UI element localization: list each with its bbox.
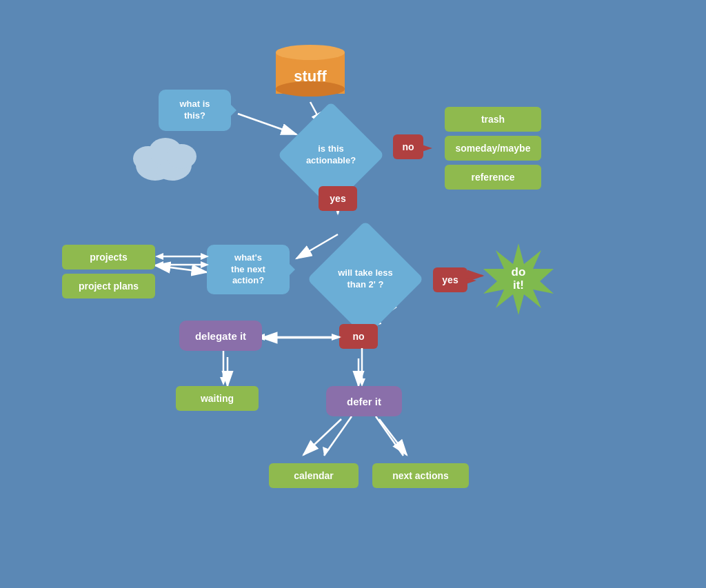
svg-marker-36 — [332, 334, 341, 341]
defer-right-arrow — [369, 416, 410, 461]
yes2-arrow — [466, 274, 480, 287]
will-take-label: will take lessthan 2' ? — [338, 267, 393, 290]
svg-marker-23 — [422, 145, 432, 152]
whats-next-callout: what'sthe nextaction? — [207, 245, 290, 294]
no-label-2: no — [339, 324, 378, 349]
delegate-it-box: delegate it — [179, 321, 262, 351]
double-arrow — [155, 250, 209, 270]
svg-text:it!: it! — [513, 278, 524, 292]
is-actionable-label: is thisactionable? — [306, 143, 356, 165]
svg-marker-44 — [398, 447, 405, 456]
waiting-box: waiting — [176, 386, 259, 411]
svg-point-22 — [166, 144, 196, 169]
delegate-down-arrow — [217, 351, 230, 387]
no-left-arrow — [255, 331, 341, 343]
diagram: stuff what isthis? is thisactionable? — [0, 0, 706, 588]
what-is-this-callout: what isthis? — [159, 90, 231, 131]
someday-maybe-box: someday/maybe — [445, 136, 541, 161]
do-it-burst: do it! — [479, 240, 558, 322]
cloud-shape — [128, 128, 203, 185]
reference-box: reference — [445, 165, 541, 190]
is-actionable-diamond: is thisactionable? — [286, 121, 376, 190]
yes-label-2: yes — [433, 267, 467, 292]
next-actions-box: next actions — [372, 463, 469, 488]
svg-marker-29 — [201, 261, 209, 268]
defer-left-arrow — [317, 416, 359, 461]
whats-next-label: what'sthe nextaction? — [231, 252, 265, 287]
svg-text:do: do — [512, 265, 526, 278]
what-is-this-label: what isthis? — [179, 99, 210, 122]
no-label-1: no — [393, 134, 423, 159]
defer-it-box: defer it — [326, 386, 402, 416]
trash-box: trash — [445, 107, 541, 132]
project-plans-box: project plans — [62, 274, 155, 298]
no-down-arrow — [356, 348, 368, 388]
yes-label-1: yes — [319, 186, 357, 211]
svg-marker-26 — [201, 253, 209, 260]
calendar-box: calendar — [269, 463, 359, 488]
svg-marker-40 — [220, 377, 227, 385]
no-arrow-right — [422, 141, 436, 155]
projects-box: projects — [62, 245, 155, 270]
svg-marker-30 — [466, 278, 476, 284]
will-take-diamond: will take lessthan 2' ? — [314, 238, 417, 321]
stuff-cylinder: stuff — [276, 45, 345, 97]
